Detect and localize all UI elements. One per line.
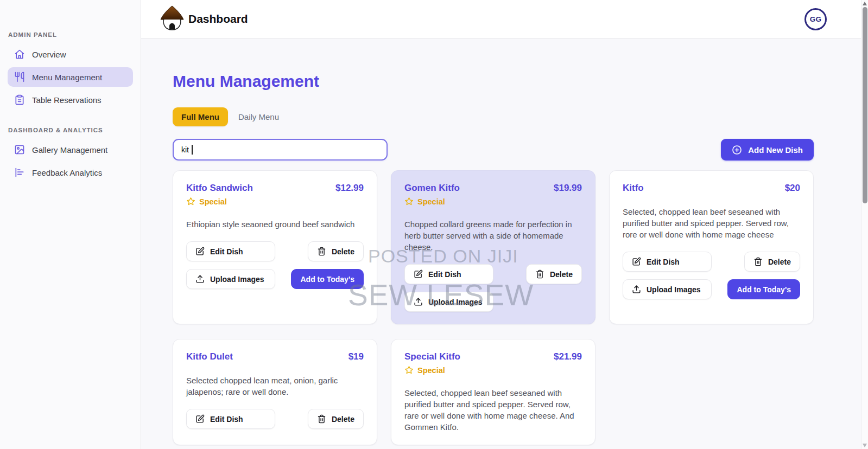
dish-card-kitfo-sandwich: Kitfo Sandwich $12.99 Special Ethiopian … [173,170,377,324]
scroll-down-arrow[interactable] [863,444,867,447]
avatar[interactable]: GG [804,8,827,30]
edit-dish-button-label: Edit Dish [210,415,243,424]
dish-name: Kitfo Dulet [186,351,233,362]
top-header: Dashboard GG [141,0,868,39]
edit-icon [195,247,205,256]
scrollbar-thumb[interactable] [863,7,867,203]
dish-description: Selected, chopped lean beef seseaned wit… [404,387,582,433]
trash-icon [317,247,326,256]
edit-dish-button-label: Edit Dish [428,270,461,279]
dish-actions: Edit DishDeleteUpload Images [404,264,582,312]
gallery-icon [14,144,25,155]
dish-card-kitfo-dulet: Kitfo Dulet $19 Selected chopped lean me… [173,339,377,445]
plus-circle-icon [732,145,742,155]
scroll-up-arrow[interactable] [863,2,867,5]
star-icon [404,365,414,375]
upload-icon [414,297,423,306]
sidebar-section: DASHBOARD & ANALYTICS Gallery Management… [0,127,141,182]
edit-dish-button[interactable]: Edit Dish [404,264,493,284]
add-to-todays-button-label: Add to Today's [300,275,354,284]
special-badge: Special [404,365,582,375]
special-label: Special [199,197,227,206]
menu-tabs: Full Menu Daily Menu [173,107,814,126]
tab-full-menu[interactable]: Full Menu [173,107,228,126]
vertical-scrollbar [861,0,868,449]
edit-dish-button[interactable]: Edit Dish [186,409,275,429]
edit-dish-button-label: Edit Dish [210,247,243,256]
delete-button[interactable]: Delete [308,409,364,429]
star-icon [186,197,195,206]
sidebar-item-label: Gallery Management [32,145,107,155]
sidebar-item-feedback-analytics[interactable]: Feedback Analytics [8,163,133,182]
add-to-todays-button[interactable]: Add to Today's [727,279,800,299]
main-content: Menu Management Full Menu Daily Menu Add… [141,39,868,449]
sidebar-item-label: Table Reservations [32,95,102,105]
add-to-todays-button-label: Add to Today's [737,285,791,294]
sidebar-section-label: DASHBOARD & ANALYTICS [8,127,141,133]
delete-button-label: Delete [768,258,791,266]
dish-price: $19 [349,351,364,362]
dish-name: Special Kitfo [404,351,460,362]
delete-button[interactable]: Delete [526,264,582,284]
edit-icon [414,270,423,279]
sidebar-item-gallery-management[interactable]: Gallery Management [8,140,133,159]
edit-dish-button-label: Edit Dish [647,258,680,266]
dish-price: $19.99 [554,183,582,194]
sidebar-item-label: Overview [32,50,66,59]
dish-price: $12.99 [335,183,364,194]
add-new-dish-button[interactable]: Add New Dish [721,139,814,161]
upload-images-button-label: Upload Images [210,275,264,284]
delete-button-label: Delete [332,415,354,424]
clipboard-icon [14,94,25,105]
dish-grid: Kitfo Sandwich $12.99 Special Ethiopian … [173,170,814,445]
controls-row: Add New Dish [173,139,814,161]
dish-card-special-kitfo: Special Kitfo $21.99 Special Selected, c… [391,339,595,445]
dish-price: $21.99 [554,351,582,362]
utensils-icon [14,72,25,82]
tab-daily-menu[interactable]: Daily Menu [236,107,281,126]
upload-images-button[interactable]: Upload Images [186,269,275,289]
hut-logo-icon [159,5,186,33]
analytics-icon [14,167,25,178]
dish-description: Selected, chopped lean beef seseaned wit… [623,206,800,240]
dish-actions: Edit DishDeleteUpload ImagesAdd to Today… [623,252,800,299]
dish-name: Kitfo Sandwich [186,183,253,194]
sidebar-item-menu-management[interactable]: Menu Management [8,67,133,87]
delete-button-label: Delete [550,270,573,279]
add-new-dish-label: Add New Dish [748,145,803,155]
text-caret [192,145,193,155]
sidebar-item-table-reservations[interactable]: Table Reservations [8,90,133,110]
sidebar-items: Gallery Management Feedback Analytics [0,140,141,182]
upload-images-button[interactable]: Upload Images [623,279,712,299]
app-title: Dashboard [188,12,248,25]
sidebar-items: Overview Menu Management Table Reservati… [0,44,141,110]
dish-name: Gomen Kitfo [404,183,460,194]
dish-name: Kitfo [623,183,644,194]
edit-dish-button[interactable]: Edit Dish [186,241,275,261]
star-icon [404,197,414,206]
sidebar-section: ADMIN PANEL Overview Menu Management Tab… [0,31,141,110]
home-icon [14,49,25,60]
upload-images-button-label: Upload Images [647,285,701,294]
special-badge: Special [186,197,364,206]
delete-button[interactable]: Delete [308,241,364,261]
dish-description: Selected chopped lean meat, onion, garli… [186,375,364,397]
upload-images-button-label: Upload Images [428,298,483,306]
edit-dish-button[interactable]: Edit Dish [623,252,712,272]
sidebar: ADMIN PANEL Overview Menu Management Tab… [0,0,141,449]
special-badge: Special [404,197,582,206]
upload-icon [195,274,205,284]
trash-icon [753,257,763,266]
trash-icon [317,414,326,424]
edit-icon [632,257,641,266]
dish-card-gomen-kitfo: Gomen Kitfo $19.99 Special Chopped colla… [391,170,595,324]
dish-actions: Edit DishDelete [186,409,364,429]
sidebar-item-label: Feedback Analytics [32,168,102,177]
search-input[interactable] [173,139,388,161]
dish-price: $20 [785,183,800,194]
special-label: Special [417,197,445,206]
delete-button[interactable]: Delete [744,252,800,272]
sidebar-item-overview[interactable]: Overview [8,44,133,64]
upload-images-button[interactable]: Upload Images [404,292,493,312]
add-to-todays-button[interactable]: Add to Today's [291,269,364,289]
